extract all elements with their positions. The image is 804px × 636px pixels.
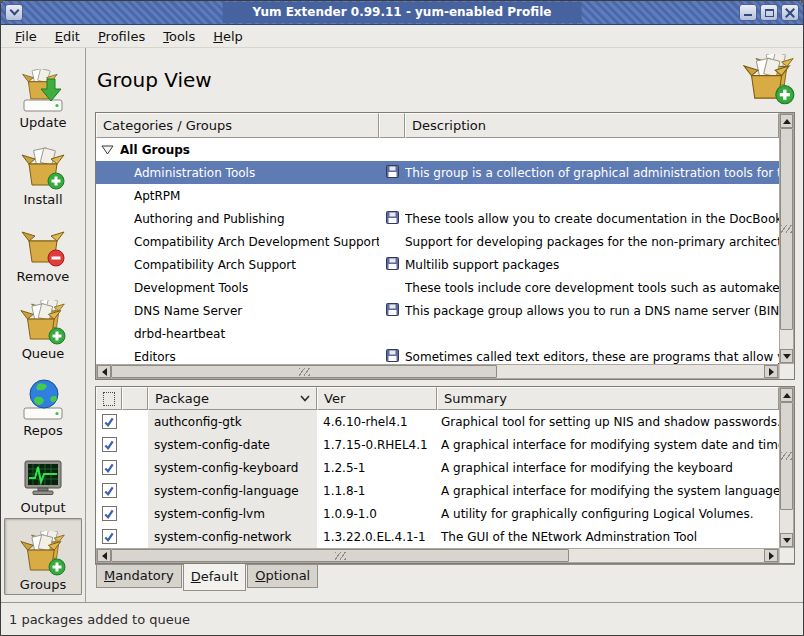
sidebar-item-output[interactable]: Output <box>4 441 82 518</box>
column-header-icon[interactable] <box>379 113 405 138</box>
group-name: Editors <box>134 350 176 364</box>
page-title: Group View <box>97 68 212 92</box>
menu-item[interactable]: Tools <box>154 26 204 47</box>
window-menu-button[interactable] <box>5 4 23 21</box>
scroll-left-button[interactable] <box>97 549 111 562</box>
vscrollbar-thumb[interactable] <box>780 402 793 510</box>
hscrollbar-thumb[interactable] <box>111 365 497 378</box>
sidebar-item-repos[interactable]: Repos <box>4 364 82 441</box>
group-row[interactable]: drbd-heartbeat <box>96 322 779 345</box>
sidebar-item-queue[interactable]: Queue <box>4 287 82 364</box>
column-header-blank[interactable] <box>122 387 148 410</box>
group-table: Categories / Groups Description All Grou… <box>95 112 795 380</box>
scroll-right-button[interactable] <box>764 549 778 562</box>
grip-icon <box>299 368 310 376</box>
sidebar-item-update[interactable]: Update <box>4 56 82 133</box>
group-row[interactable]: Authoring and Publishing These tools all… <box>96 207 779 230</box>
package-row[interactable]: system-config-date 1.7.15-0.RHEL4.1 A gr… <box>96 433 779 456</box>
column-header-ver[interactable]: Ver <box>317 387 437 410</box>
package-row[interactable]: authconfig-gtk 4.6.10-rhel4.1 Graphical … <box>96 410 779 433</box>
output-monitor-icon <box>20 454 66 500</box>
column-header-categories[interactable]: Categories / Groups <box>96 113 379 138</box>
package-table-body: authconfig-gtk 4.6.10-rhel4.1 Graphical … <box>96 410 779 548</box>
column-header-select-all[interactable] <box>96 387 122 410</box>
sidebar-item-remove[interactable]: Remove <box>4 210 82 287</box>
sidebar: Update Install Remove Queue Repos Output <box>1 48 86 602</box>
maximize-button[interactable] <box>760 4 778 21</box>
titlebar[interactable]: Yum Extender 0.99.11 - yum-enabled Profi… <box>1 1 803 25</box>
group-row[interactable]: Compatibility Arch Development Support S… <box>96 230 779 253</box>
remove-box-icon <box>20 223 66 269</box>
group-name: AptRPM <box>134 189 180 203</box>
close-button[interactable] <box>781 4 799 21</box>
package-type-tabs: Mandatory Default Optional <box>95 564 795 593</box>
sidebar-item-label: Repos <box>23 423 62 438</box>
package-checkbox[interactable] <box>102 437 117 452</box>
package-summary: The GUI of the NEtwork Adminstration Too… <box>437 530 779 544</box>
sidebar-item-label: Groups <box>20 577 66 592</box>
scroll-down-button[interactable] <box>780 349 793 363</box>
group-description: These tools include core development too… <box>405 281 779 295</box>
hscrollbar-thumb[interactable] <box>111 549 569 562</box>
menu-item[interactable]: Help <box>204 26 252 47</box>
scroll-up-button[interactable] <box>780 388 793 402</box>
menu-item[interactable]: File <box>6 26 46 47</box>
tab[interactable]: Default <box>183 564 247 591</box>
tab[interactable]: Optional <box>247 565 318 588</box>
package-name: system-config-language <box>148 479 317 502</box>
group-description: Support for developing packages for the … <box>405 235 779 249</box>
package-checkbox[interactable] <box>102 460 117 475</box>
package-checkbox[interactable] <box>102 529 117 544</box>
package-name: system-config-keyboard <box>148 456 317 479</box>
sidebar-item-groups[interactable]: Groups <box>4 518 82 595</box>
menu-item[interactable]: Edit <box>46 26 89 47</box>
group-row[interactable]: Compatibility Arch Support Multilib supp… <box>96 253 779 276</box>
package-row[interactable]: system-config-keyboard 1.2.5-1 A graphic… <box>96 456 779 479</box>
group-row[interactable]: Administration Tools This group is a col… <box>96 161 779 184</box>
vscrollbar-thumb[interactable] <box>780 128 793 330</box>
sidebar-item-install[interactable]: Install <box>4 133 82 210</box>
scroll-left-button[interactable] <box>97 365 111 378</box>
checkmark-icon <box>103 439 115 451</box>
scroll-up-button[interactable] <box>780 114 793 128</box>
group-description: This group is a collection of graphical … <box>405 166 779 180</box>
package-checkbox[interactable] <box>102 506 117 521</box>
scroll-down-button[interactable] <box>780 533 793 547</box>
tab[interactable]: Mandatory <box>96 565 182 588</box>
package-table-vscrollbar <box>779 387 794 548</box>
column-header-summary[interactable]: Summary <box>437 387 779 410</box>
group-row[interactable]: All Groups <box>96 138 779 161</box>
grip-icon <box>781 452 792 460</box>
group-row[interactable]: Editors Sometimes called text editors, t… <box>96 345 779 364</box>
group-name: DNS Name Server <box>134 304 242 318</box>
group-name: Administration Tools <box>134 166 255 180</box>
checkmark-icon <box>103 416 115 428</box>
group-table-vscrollbar <box>779 113 794 364</box>
minimize-button[interactable] <box>739 4 757 21</box>
expander-open-icon[interactable] <box>101 144 116 155</box>
package-table: Package Ver Summary authconfig-gtk 4.6.1… <box>95 386 795 564</box>
column-header-description[interactable]: Description <box>405 113 779 138</box>
package-row[interactable]: system-config-language 1.1.8-1 A graphic… <box>96 479 779 502</box>
group-row[interactable]: DNS Name Server This package group allow… <box>96 299 779 322</box>
column-header-package[interactable]: Package <box>148 387 317 410</box>
group-row[interactable]: Development Tools These tools include co… <box>96 276 779 299</box>
repos-globe-icon <box>20 377 66 423</box>
menu-item[interactable]: Profiles <box>89 26 154 47</box>
arrow-up-icon <box>783 119 791 124</box>
arrow-right-icon <box>769 552 774 560</box>
group-row[interactable]: AptRPM <box>96 184 779 207</box>
package-checkbox[interactable] <box>102 414 117 429</box>
package-table-hscrollbar <box>96 548 779 563</box>
package-row[interactable]: system-config-network 1.3.22.0.EL.4.1-1 … <box>96 525 779 548</box>
sort-descending-icon <box>300 395 310 402</box>
grip-icon <box>781 225 792 233</box>
package-version: 1.2.5-1 <box>317 461 437 475</box>
scroll-right-button[interactable] <box>764 365 778 378</box>
package-checkbox[interactable] <box>102 483 117 498</box>
groups-boxes-icon <box>20 531 66 577</box>
floppy-icon <box>386 303 399 319</box>
package-summary: A utility for graphically configuring Lo… <box>437 507 779 521</box>
package-row[interactable]: system-config-lvm 1.0.9-1.0 A utility fo… <box>96 502 779 525</box>
arrow-right-icon <box>769 368 774 376</box>
